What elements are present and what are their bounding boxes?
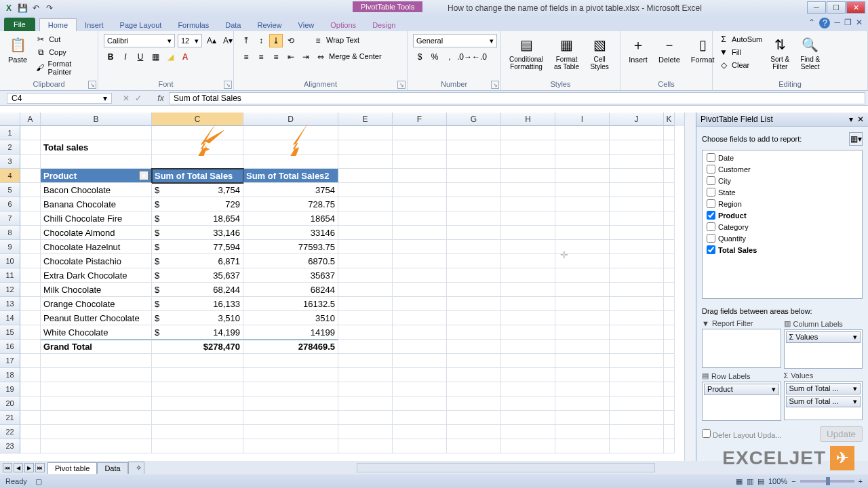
- increase-decimal-button[interactable]: .0→: [458, 50, 471, 64]
- cell[interactable]: [664, 155, 675, 169]
- cell[interactable]: [20, 183, 41, 197]
- cell[interactable]: Grand Total: [41, 340, 152, 354]
- comma-button[interactable]: ,: [443, 50, 456, 64]
- field-checkbox[interactable]: Quantity: [704, 232, 861, 244]
- cell[interactable]: [447, 311, 501, 325]
- cell[interactable]: [447, 425, 501, 439]
- column-labels-zone[interactable]: Σ Values▾: [784, 329, 863, 369]
- dialog-launcher-icon[interactable]: ↘: [491, 81, 499, 89]
- cell[interactable]: [20, 411, 41, 425]
- last-sheet-icon[interactable]: ⏭: [35, 463, 45, 472]
- cell[interactable]: [555, 140, 610, 155]
- col-header[interactable]: A: [20, 113, 41, 126]
- cell[interactable]: [447, 268, 501, 283]
- fill-color-button[interactable]: ◢: [163, 50, 177, 64]
- close-button[interactable]: ✕: [846, 1, 865, 14]
- cell[interactable]: [338, 297, 393, 311]
- cell[interactable]: [447, 396, 501, 411]
- cell[interactable]: Sum of Total Sales: [152, 169, 243, 183]
- col-header[interactable]: B: [41, 113, 152, 126]
- cell[interactable]: [664, 283, 675, 297]
- align-middle-button[interactable]: ↕: [254, 34, 268, 47]
- cell[interactable]: [338, 311, 393, 325]
- cell[interactable]: [20, 297, 41, 311]
- cancel-icon[interactable]: ✕: [123, 94, 130, 103]
- cell[interactable]: [447, 226, 501, 240]
- cell[interactable]: [20, 311, 41, 325]
- cell[interactable]: [20, 126, 41, 140]
- italic-button[interactable]: I: [119, 50, 132, 64]
- cell[interactable]: [664, 311, 675, 325]
- cell[interactable]: [664, 396, 675, 411]
- cell[interactable]: [393, 411, 447, 425]
- cell[interactable]: $729: [152, 197, 243, 211]
- cell[interactable]: [338, 140, 393, 155]
- cell[interactable]: [501, 396, 555, 411]
- cell[interactable]: Chocolate Hazelnut: [41, 240, 152, 254]
- workbook-close-icon[interactable]: ✕: [856, 18, 863, 28]
- cell[interactable]: [610, 140, 664, 155]
- cell[interactable]: [501, 325, 555, 340]
- cell[interactable]: [152, 382, 243, 396]
- cut-button[interactable]: ✂Cut: [35, 34, 92, 45]
- cell[interactable]: [610, 126, 664, 140]
- align-right-button[interactable]: ≡: [269, 50, 283, 64]
- col-header[interactable]: H: [501, 113, 555, 126]
- cell[interactable]: [152, 439, 243, 453]
- field-list[interactable]: DateCustomerCityStateRegionProductCatego…: [702, 150, 863, 299]
- cell[interactable]: [610, 354, 664, 368]
- cell[interactable]: [555, 297, 610, 311]
- cell[interactable]: Total sales: [41, 140, 152, 155]
- cell[interactable]: [555, 126, 610, 140]
- cell[interactable]: [338, 396, 393, 411]
- cell[interactable]: Bacon Chocolate: [41, 183, 152, 197]
- cell[interactable]: [20, 439, 41, 453]
- cell[interactable]: [41, 155, 152, 169]
- enter-icon[interactable]: ✓: [135, 94, 142, 103]
- cell[interactable]: [501, 439, 555, 453]
- cell[interactable]: [393, 382, 447, 396]
- page-break-view-icon[interactable]: ▤: [757, 477, 764, 486]
- cell[interactable]: [41, 126, 152, 140]
- cell[interactable]: [555, 340, 610, 354]
- cell[interactable]: [41, 411, 152, 425]
- cell[interactable]: [610, 211, 664, 226]
- cell[interactable]: Product▾: [41, 169, 152, 183]
- dialog-launcher-icon[interactable]: ↘: [224, 81, 232, 89]
- cell[interactable]: [664, 411, 675, 425]
- cell[interactable]: [664, 197, 675, 211]
- report-filter-zone[interactable]: [702, 329, 781, 368]
- cell[interactable]: [393, 155, 447, 169]
- dialog-launcher-icon[interactable]: ↘: [397, 81, 406, 89]
- row-header[interactable]: 2: [0, 140, 20, 155]
- field-checkbox[interactable]: State: [704, 186, 861, 198]
- cell[interactable]: [41, 368, 152, 382]
- row-header[interactable]: 21: [0, 411, 20, 425]
- font-size-select[interactable]: 12▾: [178, 34, 202, 47]
- row-header[interactable]: 16: [0, 340, 20, 354]
- row-header[interactable]: 13: [0, 297, 20, 311]
- cell[interactable]: [555, 268, 610, 283]
- cell[interactable]: [41, 354, 152, 368]
- row-header[interactable]: 7: [0, 211, 20, 226]
- cell[interactable]: [555, 311, 610, 325]
- cell[interactable]: $3,754: [152, 183, 243, 197]
- cell[interactable]: [338, 169, 393, 183]
- cell[interactable]: [393, 439, 447, 453]
- cell[interactable]: [664, 226, 675, 240]
- cell[interactable]: [338, 354, 393, 368]
- cell[interactable]: [610, 197, 664, 211]
- worksheet-grid[interactable]: A B C D E F G H I J K 12Total sales34Pro…: [0, 113, 684, 468]
- minimize-button[interactable]: ─: [807, 1, 826, 14]
- cell[interactable]: [152, 396, 243, 411]
- prev-sheet-icon[interactable]: ◀: [14, 463, 23, 472]
- border-button[interactable]: ▦: [149, 50, 162, 64]
- cell[interactable]: [338, 283, 393, 297]
- cell[interactable]: [501, 140, 555, 155]
- increase-indent-button[interactable]: ⇥: [299, 50, 313, 64]
- cell[interactable]: [393, 140, 447, 155]
- tab-options[interactable]: Options: [322, 19, 364, 31]
- cell[interactable]: [447, 211, 501, 226]
- cell[interactable]: 14199: [243, 325, 338, 340]
- cell[interactable]: [243, 439, 338, 453]
